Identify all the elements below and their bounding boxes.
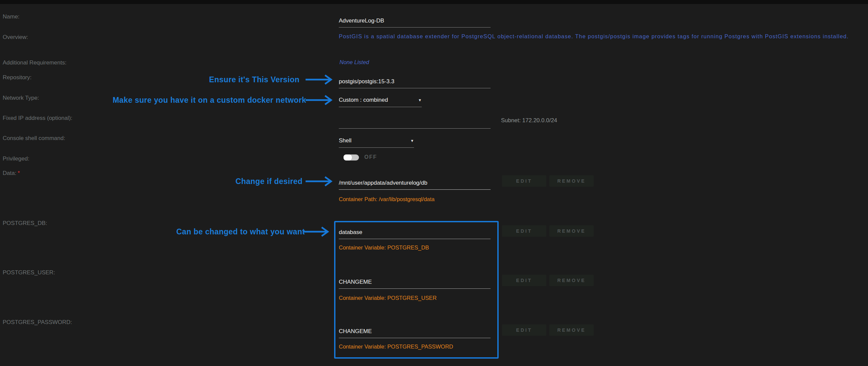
arrow-right-icon: [305, 95, 337, 105]
privileged-label: Privileged:: [3, 155, 29, 162]
toggle-knob-icon: [343, 154, 352, 160]
data-label-text: Data:: [3, 170, 17, 176]
postgres-password-remove-button[interactable]: REMOVE: [549, 324, 594, 336]
postgres-user-edit-button[interactable]: EDIT: [502, 275, 546, 286]
postgres-password-variable-note: Container Variable: POSTGRES_PASSWORD: [339, 343, 453, 350]
console-shell-select[interactable]: Shell ▼: [339, 137, 414, 148]
postgres-password-edit-button[interactable]: EDIT: [502, 324, 546, 336]
postgres-db-remove-button[interactable]: REMOVE: [549, 225, 594, 237]
additional-requirements-value: None Listed: [339, 59, 369, 65]
data-container-path-note: Container Path: /var/lib/postgresql/data: [339, 196, 434, 203]
additional-requirements-label: Additional Requirements:: [3, 59, 66, 66]
repository-input[interactable]: [339, 76, 491, 88]
postgres-db-label: POSTGRES_DB:: [3, 220, 47, 227]
data-path-input[interactable]: [339, 178, 491, 190]
arrow-right-icon: [305, 74, 337, 85]
data-label: Data:*: [3, 170, 20, 177]
annotation-network: Make sure you have it on a custom docker…: [71, 96, 306, 105]
postgres-user-input[interactable]: [339, 277, 491, 289]
postgres-password-input[interactable]: [339, 326, 491, 338]
caret-down-icon: ▼: [410, 139, 414, 143]
fixed-ip-input[interactable]: [339, 117, 491, 129]
docker-template-settings-page: Name: Overview: Additional Requirements:…: [0, 0, 868, 366]
privileged-state-label: OFF: [364, 154, 377, 160]
network-type-value: Custom : combined: [339, 97, 388, 103]
caret-down-icon: ▼: [418, 98, 422, 102]
annotation-data: Change if desired: [168, 177, 303, 186]
network-type-label: Network Type:: [3, 95, 39, 101]
data-edit-button[interactable]: EDIT: [502, 175, 546, 187]
console-shell-value: Shell: [339, 137, 351, 144]
postgres-user-label: POSTGRES_USER:: [3, 269, 55, 276]
arrow-right-icon: [305, 176, 337, 187]
privileged-toggle[interactable]: [343, 154, 359, 160]
postgres-user-remove-button[interactable]: REMOVE: [549, 275, 594, 286]
network-type-select[interactable]: Custom : combined ▼: [339, 97, 422, 107]
postgres-user-variable-note: Container Variable: POSTGRES_USER: [339, 295, 436, 301]
annotation-repository: Ensure it's This Version: [165, 75, 300, 84]
arrow-right-icon: [303, 226, 335, 237]
fixed-ip-label: Fixed IP address (optional):: [3, 115, 72, 122]
required-marker: *: [18, 170, 20, 176]
name-label: Name:: [3, 13, 20, 20]
repository-label: Repository:: [3, 74, 32, 81]
postgres-password-label: POSTGRES_PASSWORD:: [3, 319, 72, 326]
postgres-db-input[interactable]: [339, 227, 491, 239]
postgres-db-edit-button[interactable]: EDIT: [502, 225, 546, 237]
postgres-db-variable-note: Container Variable: POSTGRES_DB: [339, 244, 429, 251]
data-remove-button[interactable]: REMOVE: [549, 175, 594, 187]
annotation-postgres-db: Can be changed to what you want: [137, 227, 305, 236]
top-strip: [0, 0, 868, 4]
subnet-note: Subnet: 172.20.0.0/24: [501, 117, 557, 124]
overview-label: Overview:: [3, 34, 28, 41]
overview-text: PostGIS is a spatial database extender f…: [339, 33, 848, 40]
name-input[interactable]: [339, 16, 491, 28]
console-shell-label: Console shell command:: [3, 135, 65, 142]
